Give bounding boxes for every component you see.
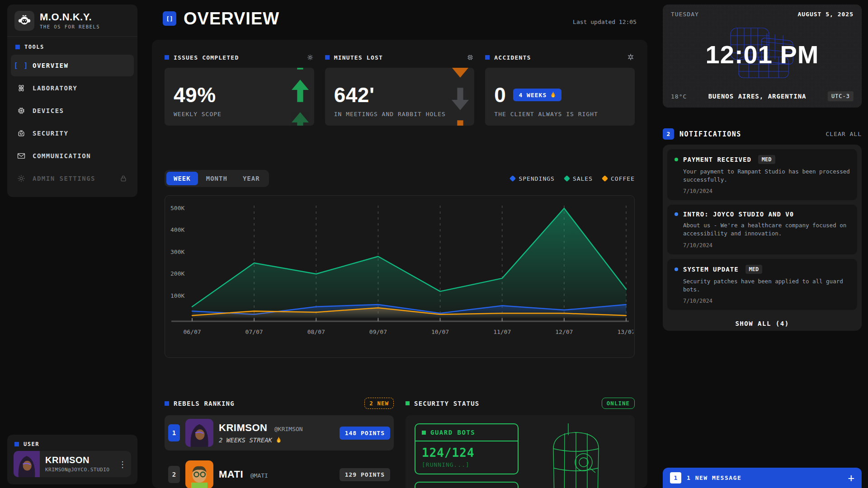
rank-streak: 2 WEEKS STREAK bbox=[219, 436, 334, 444]
status-dot bbox=[675, 212, 678, 216]
ranking-row-2[interactable]: 2 MATI @MATI 129 PO bbox=[165, 457, 394, 488]
blue-square-icon bbox=[165, 55, 169, 60]
diamond-icon bbox=[509, 175, 516, 182]
online-badge: ONLINE bbox=[602, 398, 635, 409]
flame-icon bbox=[276, 436, 282, 444]
security-panel: GUARD BOTS 124/124 [RUNNING...] FIREWALL bbox=[406, 415, 635, 488]
user-profile[interactable]: KRIMSON KRIMSON@JOYCO.STUDIO ⋮ bbox=[14, 451, 131, 477]
timezone-badge: UTC-3 bbox=[828, 91, 854, 101]
gear-icon bbox=[16, 174, 26, 183]
rank-handle: @MATI bbox=[250, 472, 268, 479]
lock-icon bbox=[118, 174, 128, 183]
blue-square-icon bbox=[485, 55, 490, 60]
stat-minutes-lost: MINUTES LOST 642' IN MEETINGS AND RABBIT… bbox=[325, 53, 475, 126]
tab-year[interactable]: YEAR bbox=[236, 172, 267, 185]
svg-text:400K: 400K bbox=[170, 226, 184, 233]
tab-month[interactable]: MONTH bbox=[199, 172, 235, 185]
new-count-badge: 2 NEW bbox=[364, 398, 394, 409]
guard-bots-value: 124/124 bbox=[415, 441, 518, 461]
issues-value: 49% bbox=[174, 84, 305, 105]
notifications-header: 2 NOTIFICATIONS CLEAR ALL bbox=[663, 128, 862, 140]
notification-body: Your payment to Rampant Studio has been … bbox=[683, 168, 850, 184]
svg-text:300K: 300K bbox=[170, 249, 184, 255]
minutes-value: 642' bbox=[334, 84, 466, 105]
plus-icon[interactable]: + bbox=[848, 473, 854, 483]
diamond-icon bbox=[602, 175, 608, 182]
avatar bbox=[14, 451, 40, 477]
svg-text:500K: 500K bbox=[170, 205, 184, 211]
svg-text:100K: 100K bbox=[170, 292, 184, 299]
security-status: SECURITY STATUS ONLINE GUARD BOTS 124/12… bbox=[406, 398, 635, 488]
notification-body: About us - We're a healthcare company fo… bbox=[683, 221, 850, 238]
app-logo: M.O.N.K.Y. THE OS FOR REBELS bbox=[7, 5, 137, 36]
date: AUGUST 5, 2025 bbox=[797, 11, 854, 18]
user-name: KRIMSON bbox=[45, 455, 113, 465]
svg-text:08/07: 08/07 bbox=[307, 328, 325, 335]
svg-text:10/07: 10/07 bbox=[431, 328, 449, 335]
notification-payment-received[interactable]: PAYMENT RECEIVED MED Your payment to Ram… bbox=[667, 149, 857, 200]
avatar bbox=[185, 419, 213, 447]
blue-square-icon bbox=[165, 401, 169, 406]
notification-date: 7/10/2024 bbox=[683, 298, 850, 304]
status-dot bbox=[675, 267, 678, 271]
message-count-badge: 1 bbox=[670, 472, 681, 483]
clear-all-button[interactable]: CLEAR ALL bbox=[826, 131, 862, 137]
rank-name: KRIMSON bbox=[219, 422, 267, 433]
notification-date: 7/10/2024 bbox=[683, 188, 850, 194]
area-chart: 100K200K300K400K500K06/0707/0708/0709/07… bbox=[165, 195, 635, 358]
app-name: M.O.N.K.Y. bbox=[40, 12, 100, 22]
legend-sales: SALES bbox=[565, 175, 593, 182]
blue-square-icon bbox=[325, 55, 330, 60]
user-card: USER KRIMSON KRIMSON@JOYCO.STUDIO ⋮ bbox=[7, 435, 137, 484]
location: BUENOS AIRES, ARGENTINA bbox=[687, 93, 828, 100]
priority-badge: MED bbox=[758, 155, 775, 164]
sidebar-item-communication[interactable]: COMMUNICATION bbox=[11, 145, 134, 167]
sidebar-item-devices[interactable]: DEVICES bbox=[11, 100, 134, 122]
trend-down-arrows-icon bbox=[452, 68, 469, 126]
priority-badge: MED bbox=[745, 265, 763, 274]
main-panel: ISSUES COMPLETED 49% WEEKLY SCOPE bbox=[152, 40, 647, 488]
legend-coffee: COFFEE bbox=[603, 175, 635, 182]
sidebar-item-laboratory[interactable]: LABORATORY bbox=[11, 77, 134, 99]
notification-intro[interactable]: INTRO: JOYCO STUDIO AND V0 About us - We… bbox=[667, 205, 857, 254]
temperature: 18°C bbox=[671, 93, 687, 100]
mail-icon bbox=[16, 151, 26, 161]
chip-gear-icon[interactable] bbox=[466, 53, 474, 61]
main-header: [] OVERVIEW Last updated 12:05 bbox=[163, 10, 637, 27]
svg-text:06/07: 06/07 bbox=[183, 328, 201, 335]
accidents-caption: THE CLIENT ALWAYS IS RIGHT bbox=[494, 111, 626, 117]
user-email: KRIMSON@JOYCO.STUDIO bbox=[45, 467, 113, 473]
sidebar: M.O.N.K.Y. THE OS FOR REBELS TOOLS [ ] O… bbox=[7, 5, 137, 197]
rank-badge: 1 bbox=[168, 424, 180, 441]
minutes-caption: IN MEETINGS AND RABBIT HOLES bbox=[334, 111, 466, 117]
last-updated: Last updated 12:05 bbox=[573, 19, 637, 27]
trend-up-arrows-icon bbox=[292, 68, 309, 126]
spark-icon[interactable] bbox=[627, 53, 635, 61]
tab-week[interactable]: WEEK bbox=[166, 172, 198, 185]
ranking-row-1[interactable]: 1 KRIMSON @KRIMSON 2 WEEKS STREAK bbox=[165, 415, 394, 450]
page-title: OVERVIEW bbox=[184, 10, 279, 27]
gear-icon[interactable] bbox=[306, 53, 314, 61]
status-dot bbox=[675, 158, 678, 161]
show-all-button[interactable]: SHOW ALL (4) bbox=[667, 314, 857, 330]
sidebar-item-overview[interactable]: [ ] OVERVIEW bbox=[11, 55, 134, 76]
notification-system-update[interactable]: SYSTEM UPDATE MED Security patches have … bbox=[667, 259, 857, 310]
sidebar-item-security[interactable]: SECURITY bbox=[11, 122, 134, 144]
overview-brackets-icon: [] bbox=[163, 11, 176, 26]
points-badge: 148 POINTS bbox=[340, 427, 390, 440]
green-square-icon bbox=[406, 401, 410, 405]
notification-date: 7/10/2024 bbox=[683, 242, 850, 249]
svg-text:07/07: 07/07 bbox=[245, 328, 263, 335]
weekday: TUESDAY bbox=[671, 11, 699, 18]
atom-icon bbox=[16, 83, 26, 93]
streak-badge: 4 WEEKS bbox=[513, 89, 561, 101]
stat-issues-completed: ISSUES COMPLETED 49% WEEKLY SCOPE bbox=[165, 53, 314, 126]
notifications-title: NOTIFICATIONS bbox=[679, 130, 741, 138]
accidents-value: 0 bbox=[494, 84, 506, 105]
brackets-icon: [ ] bbox=[16, 61, 26, 70]
clock-card: TUESDAY AUGUST 5, 2025 12:01 PM 18°C BUE… bbox=[663, 5, 862, 108]
new-message-bar[interactable]: 1 1 NEW MESSAGE + bbox=[663, 468, 862, 488]
svg-text:09/07: 09/07 bbox=[369, 328, 387, 335]
user-menu-icon[interactable]: ⋮ bbox=[118, 460, 131, 469]
diamond-icon bbox=[564, 175, 570, 182]
